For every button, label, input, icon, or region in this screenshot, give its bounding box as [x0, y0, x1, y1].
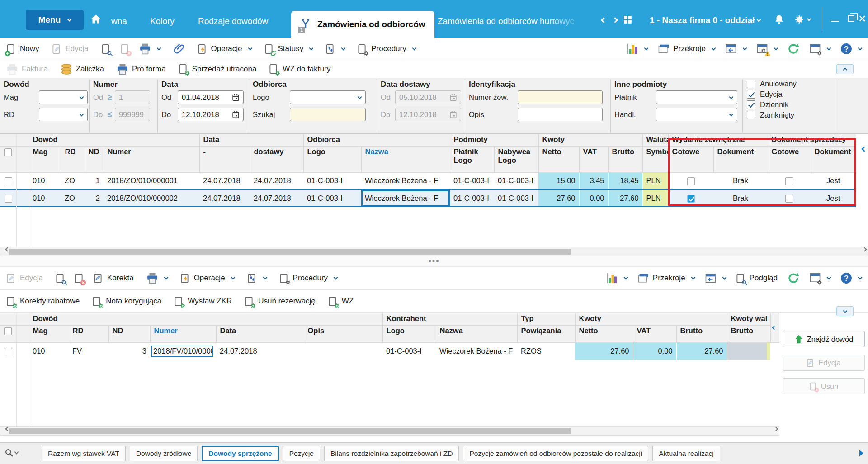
col-dostawy[interactable]: dostawy: [250, 146, 303, 172]
col-logo[interactable]: Logo: [303, 146, 361, 172]
col-nd[interactable]: ND: [85, 146, 104, 172]
zaliczka-button[interactable]: Zaliczka: [61, 63, 104, 75]
attachments-button[interactable]: [173, 43, 185, 55]
col-platnik-logo[interactable]: PłatnikLogo: [450, 146, 494, 172]
help-button[interactable]: [840, 272, 862, 284]
select-all-checkbox[interactable]: [4, 327, 12, 335]
close-icon[interactable]: ✕: [858, 14, 866, 24]
group-typ[interactable]: Typ: [517, 313, 575, 325]
row-checkbox[interactable]: [5, 195, 12, 203]
group-kontrahent[interactable]: Kontrahent: [382, 313, 517, 325]
delete-document-button[interactable]: Usuń: [783, 378, 865, 394]
faktura-button[interactable]: Faktura: [6, 63, 48, 75]
tab-scroll-right-icon[interactable]: [612, 17, 618, 23]
tab-scroll-left-icon[interactable]: [601, 17, 607, 23]
dostawa-od-input[interactable]: 05.10.2018: [395, 90, 461, 104]
sections-button[interactable]: Przekroje: [658, 44, 715, 54]
group-dowod[interactable]: Dowód: [29, 134, 199, 146]
wystaw-zkr-button[interactable]: Wystaw ZKR: [174, 295, 232, 308]
numer-do-input[interactable]: 999999: [115, 108, 150, 121]
numer-zew-input[interactable]: [518, 90, 603, 104]
trace-button[interactable]: [326, 43, 345, 55]
operations-button[interactable]: Operacje: [198, 43, 252, 55]
scroll-right-icon[interactable]: [863, 247, 867, 252]
new-button[interactable]: Nowy: [6, 43, 39, 55]
col-vat[interactable]: VAT: [579, 146, 608, 172]
col-netto[interactable]: Netto: [538, 146, 579, 172]
search-doc-button[interactable]: [56, 272, 66, 284]
window-settings-button[interactable]: [809, 43, 830, 54]
opis-input[interactable]: [518, 108, 603, 121]
window-settings-button[interactable]: [809, 273, 830, 284]
group-podmioty[interactable]: Podmioty: [450, 134, 538, 146]
edit-document-button[interactable]: Edycja: [783, 355, 865, 371]
group-data[interactable]: Data: [199, 134, 303, 146]
bell-icon[interactable]: [774, 14, 784, 24]
col-opis[interactable]: Opis: [304, 325, 382, 342]
col-numer[interactable]: Numer: [104, 146, 199, 172]
settings-menu[interactable]: [794, 14, 811, 25]
refresh-button[interactable]: [788, 43, 799, 55]
focused-cell[interactable]: 2018/FV/010/000003: [151, 346, 213, 357]
col-logo[interactable]: Logo: [382, 325, 436, 342]
tab-rodzaje-dowodow[interactable]: Rodzaje dowodów: [198, 16, 268, 26]
handl-select[interactable]: [656, 108, 737, 121]
scroll-thumb[interactable]: [9, 249, 571, 255]
anulowany-checkbox[interactable]: [747, 80, 755, 88]
platnik-select[interactable]: [656, 90, 737, 104]
collapse-side-panel-icon[interactable]: [772, 326, 776, 330]
usun-rezerwacje-button[interactable]: Usuń rezerwację: [245, 295, 316, 308]
col-mag[interactable]: Mag: [29, 146, 61, 172]
pane-splitter[interactable]: •••: [0, 256, 868, 267]
rd-select[interactable]: [39, 108, 88, 121]
col-symbol[interactable]: Symbol: [642, 146, 668, 172]
group-kwoty-wal[interactable]: Kwoty wal: [727, 313, 770, 325]
col-brutto[interactable]: Brutto: [608, 146, 642, 172]
calendar-icon[interactable]: [232, 94, 240, 101]
col-nazwa-sorted[interactable]: Nazwa: [361, 146, 450, 172]
korekta-button[interactable]: Korekta: [94, 272, 134, 284]
nota-korygujaca-button[interactable]: Nota korygująca: [92, 295, 161, 308]
col-vat[interactable]: VAT: [633, 325, 676, 342]
collapse-bottom-button[interactable]: [836, 306, 854, 316]
pro-forma-button[interactable]: Pro forma: [117, 63, 166, 75]
data-do-input[interactable]: 12.10.2018: [178, 108, 244, 121]
delete-doc-button[interactable]: [120, 43, 130, 55]
col-data[interactable]: -: [199, 146, 250, 172]
zamkniety-checkbox[interactable]: [747, 111, 755, 119]
preview-button[interactable]: Podgląd: [736, 272, 778, 284]
group-kwoty[interactable]: Kwoty: [575, 313, 727, 325]
col-netto[interactable]: Netto: [575, 325, 633, 342]
group-dowod[interactable]: Dowód: [29, 313, 382, 325]
home-icon[interactable]: [90, 14, 101, 24]
print-button[interactable]: [146, 272, 168, 284]
statuses-button[interactable]: Statusy: [264, 43, 313, 55]
tab-pozycje[interactable]: Pozycje: [283, 446, 320, 461]
wz-button[interactable]: WZ: [328, 295, 354, 308]
operations-button[interactable]: Operacje: [180, 272, 235, 284]
refresh-button[interactable]: [788, 272, 799, 284]
col-brutto-wal[interactable]: Brutto: [727, 325, 767, 342]
col-data[interactable]: Data: [216, 325, 304, 342]
menu-button[interactable]: Menu: [26, 10, 84, 30]
mag-select[interactable]: [39, 90, 88, 104]
tab-wna[interactable]: wna: [111, 16, 127, 26]
tabs-scroll-right-icon[interactable]: [859, 450, 863, 456]
procedures-button[interactable]: Procedury: [358, 43, 415, 55]
apps-grid-icon[interactable]: [623, 15, 632, 24]
select-all-checkbox[interactable]: [4, 148, 12, 156]
dostawa-do-input[interactable]: 12.10.2018: [395, 108, 461, 121]
numer-od-input[interactable]: 1: [115, 90, 150, 104]
sprzedaz-utracona-button[interactable]: Sprzedaż utracona: [179, 63, 257, 75]
minimize-icon[interactable]: [831, 21, 839, 22]
scroll-left-icon[interactable]: [5, 427, 10, 431]
korekty-rabatowe-button[interactable]: Korekty rabatowe: [6, 295, 80, 308]
chart-button[interactable]: [627, 43, 648, 55]
scroll-thumb[interactable]: [9, 428, 571, 434]
dziennik-checkbox[interactable]: [747, 100, 755, 109]
odbiorca-logo-select[interactable]: [290, 90, 366, 104]
col-rd[interactable]: RD: [69, 325, 108, 342]
scroll-left-icon[interactable]: [5, 247, 10, 252]
delete-doc-button[interactable]: [75, 272, 85, 284]
calendar-icon[interactable]: [232, 111, 240, 118]
